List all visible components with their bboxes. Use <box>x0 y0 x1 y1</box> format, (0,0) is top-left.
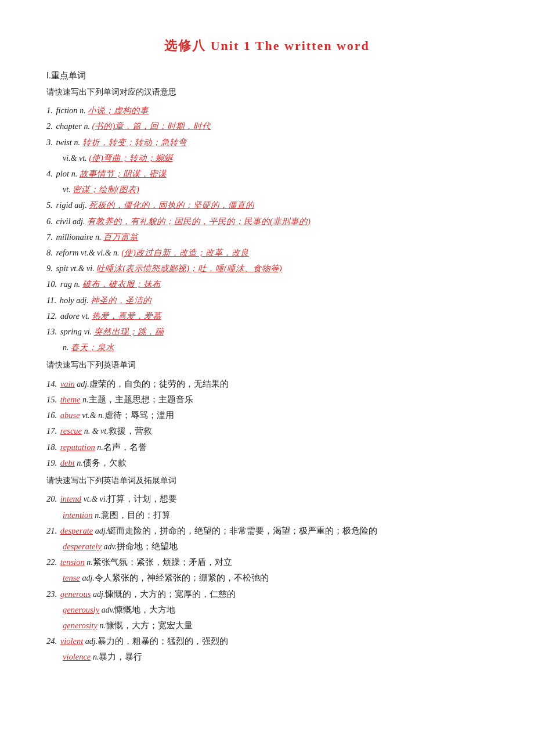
entry-3b: vi.& vt. (使)弯曲；转动；蜿蜒 <box>63 150 488 165</box>
entry-23c: generosity n.慷慨，大方；宽宏大量 <box>63 618 488 633</box>
entry-13b: n. 春天；泉水 <box>63 340 488 355</box>
entry-2: 2. chapter n. (书的)章，篇，回；时期，时代 <box>46 118 488 134</box>
entry-14: 14. vain adj.虚荣的，自负的；徒劳的，无结果的 <box>46 376 488 391</box>
entry-5: 5. rigid adj. 死板的，僵化的，固执的；坚硬的，僵直的 <box>46 197 488 213</box>
instruction-2: 请快速写出下列英语单词 <box>46 358 488 373</box>
entry-9: 9. spit vt.& vi. 吐唾沫(表示愤怒或鄙视)；吐，唾(唾沫、食物等… <box>46 261 488 276</box>
entry-22b: tense adj.令人紧张的，神经紧张的；绷紧的，不松弛的 <box>63 570 488 585</box>
entry-1: 1. fiction n. 小说；虚构的事 <box>46 103 488 118</box>
entry-20b: intention n.意图，目的；打算 <box>63 507 488 523</box>
entry-17: 17. rescue n. & vt.救援，营救 <box>46 423 488 438</box>
section-label: Ⅰ.重点单词 <box>46 68 488 83</box>
entry-23a: 23. generous adj.慷慨的，大方的；宽厚的，仁慈的 <box>46 586 488 602</box>
entry-18: 18. reputation n.名声，名誉 <box>46 440 488 455</box>
entry-11: 11. holy adj. 神圣的，圣洁的 <box>46 293 488 308</box>
entry-23b: generously adv.慷慨地，大方地 <box>63 602 488 617</box>
entry-4a: 4. plot n. 故事情节；阴谋，密谋 <box>46 166 488 181</box>
entry-24b: violence n.暴力，暴行 <box>63 649 488 664</box>
entry-8: 8. reform vt.& vi.& n. (使)改过自新，改造；改革，改良 <box>46 245 488 260</box>
entry-10: 10. rag n. 破布，破衣服；抹布 <box>46 276 488 291</box>
entry-21b: desperately adv.拼命地；绝望地 <box>63 539 488 554</box>
entry-15: 15. theme n.主题，主题思想；主题音乐 <box>46 392 488 407</box>
entry-20a: 20. intend vt.& vi.打算，计划，想要 <box>46 491 488 506</box>
instruction-1: 请快速写出下列单词对应的汉语意思 <box>46 85 488 100</box>
entry-19: 19. debt n.债务，欠款 <box>46 455 488 470</box>
entry-22a: 22. tension n.紧张气氛；紧张，烦躁；矛盾，对立 <box>46 555 488 570</box>
entry-21a: 21. desperate adj.铤而走险的，拼命的，绝望的；非常需要，渴望；… <box>46 523 488 538</box>
entry-3a: 3. twist n. 转折，转变；转动；急转弯 <box>46 135 488 150</box>
entry-24a: 24. violent adj.暴力的，粗暴的；猛烈的，强烈的 <box>46 633 488 649</box>
entry-16: 16. abuse vt.& n.虐待；辱骂；滥用 <box>46 408 488 423</box>
entry-6: 6. civil adj. 有教养的，有礼貌的；国民的，平民的；民事的(非刑事的… <box>46 214 488 229</box>
entry-13a: 13. spring vi. 突然出现；跳，蹦 <box>46 324 488 339</box>
page-title: 选修八 Unit 1 The written word <box>46 35 488 57</box>
entry-7: 7. millionaire n. 百万富翁 <box>46 229 488 244</box>
entry-4b: vt. 密谋；绘制(图表) <box>63 182 488 197</box>
instruction-3: 请快速写出下列英语单词及拓展单词 <box>46 474 488 488</box>
entry-12: 12. adore vt. 热爱，喜爱，爱慕 <box>46 308 488 323</box>
